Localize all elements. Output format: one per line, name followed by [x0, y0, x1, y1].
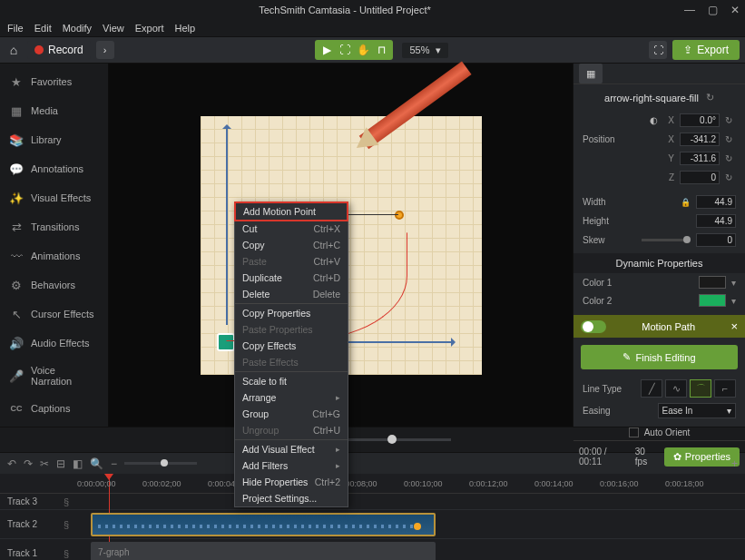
reset-rotation-icon[interactable]: ↻ [725, 115, 736, 126]
lock-aspect-icon[interactable]: 🔒 [681, 198, 691, 207]
skew-input[interactable]: 0 [696, 233, 736, 247]
track-toggle-icon[interactable]: § [64, 519, 76, 530]
track-toggle-icon[interactable]: § [64, 496, 76, 507]
easing-dropdown[interactable]: Ease In ▾ [658, 403, 737, 418]
ctx-project-settings-[interactable]: Project Settings... [235, 490, 348, 506]
sidebar-item-behaviors[interactable]: ⚙Behaviors [0, 270, 108, 300]
add-track-icon[interactable]: + [731, 457, 738, 470]
ctx-copy[interactable]: CopyCtrl+C [235, 237, 348, 253]
properties-button[interactable]: ✿ Properties [664, 447, 740, 467]
sidebar-item-library[interactable]: 📚Library [0, 125, 108, 154]
ruler-mark: 0:00:14;00 [534, 479, 573, 488]
redo-icon[interactable]: ↷ [24, 457, 33, 470]
maximize-button[interactable]: ▢ [708, 4, 718, 16]
ctx-copy-effects[interactable]: Copy Effects [235, 338, 348, 354]
media-clip[interactable]: 7-graph [91, 542, 436, 560]
sidebar-item-cursor-effects[interactable]: ↖Cursor Effects [0, 300, 108, 329]
timeline-zoom-slider[interactable] [124, 462, 197, 465]
export-button[interactable]: ⇪ Export [672, 40, 740, 60]
sidebar-item-annotations[interactable]: 💬Annotations [0, 154, 108, 183]
home-icon[interactable]: ⌂ [5, 42, 22, 58]
sidebar-item-label: Favorites [31, 76, 72, 87]
position-z-input[interactable]: 0 [680, 171, 720, 184]
ctx-group[interactable]: GroupCtrl+G [235, 406, 348, 422]
motion-clip[interactable] [91, 513, 436, 536]
skew-label: Skew [583, 235, 632, 245]
rotation-x[interactable]: 0.0° [680, 113, 720, 127]
ctx-hide-properties[interactable]: Hide PropertiesCtrl+2 [235, 474, 348, 490]
menu-edit[interactable]: Edit [34, 23, 52, 34]
ctx-add-motion-point[interactable]: Add Motion Point [234, 201, 348, 221]
playback-slider[interactable] [342, 438, 451, 441]
motion-point-2[interactable] [395, 211, 404, 220]
sidebar-item-captions[interactable]: CCCaptions [0, 394, 108, 423]
visual-properties-tab[interactable]: ▦ [579, 64, 603, 84]
preview-fullscreen-button[interactable]: ⛶ [649, 41, 667, 59]
reset-icon[interactable]: ↻ [725, 153, 736, 164]
position-y-input[interactable]: -311.6 [680, 152, 720, 165]
sidebar-item-visual-effects[interactable]: ✨Visual Effects [0, 183, 108, 212]
select-tool-icon[interactable]: ▶ [319, 42, 335, 58]
ctx-copy-properties[interactable]: Copy Properties [235, 305, 348, 321]
marker-icon[interactable]: ◧ [73, 457, 83, 470]
color2-swatch[interactable] [699, 294, 726, 307]
pan-tool-icon[interactable]: ✋ [355, 42, 371, 58]
opacity-icon[interactable]: ◐ [650, 115, 658, 125]
menu-help[interactable]: Help [175, 23, 196, 34]
sidebar-item-transitions[interactable]: ⇄Transitions [0, 212, 108, 241]
width-input[interactable]: 44.9 [696, 195, 736, 209]
ctx-arrange[interactable]: Arrange▸ [235, 389, 348, 406]
line-type-bezier[interactable]: ∿ [665, 379, 687, 398]
media-icon: ▦ [9, 103, 24, 118]
ctx-duplicate[interactable]: DuplicateCtrl+D [235, 270, 348, 286]
sidebar-item-animations[interactable]: 〰Animations [0, 241, 108, 270]
close-icon[interactable]: × [730, 319, 738, 333]
reset-icon[interactable]: ↻ [725, 172, 736, 183]
time-display: 00:00 / 00:11 [579, 447, 630, 467]
timeline-ruler[interactable]: 0:00:00;000:00:02;000:00:04;000:00:06;00… [0, 474, 745, 494]
ctx-add-filters[interactable]: Add Filters▸ [235, 457, 348, 474]
ctx-delete[interactable]: DeleteDelete [235, 286, 348, 302]
zoom-in-icon[interactable]: 🔍 [90, 457, 103, 470]
menu-modify[interactable]: Modify [63, 23, 92, 34]
sidebar-item-favorites[interactable]: ★Favorites [0, 67, 108, 96]
finish-editing-button[interactable]: ✎ Finish Editing [581, 345, 738, 369]
minimize-button[interactable]: — [684, 4, 695, 16]
nav-forward-button[interactable]: › [96, 41, 114, 59]
sidebar-item-media[interactable]: ▦Media [0, 96, 108, 125]
close-button[interactable]: ✕ [730, 4, 740, 16]
position-x-input[interactable]: -341.2 [680, 133, 720, 146]
split-icon[interactable]: ⊟ [56, 457, 65, 470]
auto-orient-checkbox[interactable] [629, 427, 639, 437]
ctx-add-visual-effect[interactable]: Add Visual Effect▸ [235, 441, 348, 457]
cut-icon[interactable]: ✂ [40, 457, 49, 470]
undo-icon[interactable]: ↶ [7, 457, 16, 470]
reset-icon[interactable]: ↻ [706, 92, 714, 103]
skew-slider[interactable] [642, 239, 687, 241]
zoom-dropdown[interactable]: 55% ▾ [402, 43, 447, 58]
object-name: arrow-right-square-fill [604, 93, 699, 103]
zoom-out-icon[interactable]: − [111, 457, 117, 470]
record-button[interactable]: Record [27, 41, 91, 59]
height-input[interactable]: 44.9 [696, 214, 736, 228]
menu-file[interactable]: File [7, 23, 24, 34]
menu-view[interactable]: View [103, 23, 124, 34]
line-type-curve[interactable]: ⌒ [690, 379, 711, 398]
reset-icon[interactable]: ↻ [725, 134, 736, 145]
animations-icon: 〰 [9, 249, 24, 263]
sidebar-item-audio-effects[interactable]: 🔊Audio Effects [0, 329, 108, 358]
color1-swatch[interactable] [699, 276, 726, 289]
ctx-cut[interactable]: CutCtrl+X [235, 221, 348, 237]
captions-icon: CC [9, 401, 24, 416]
annotations-icon: 💬 [9, 162, 24, 176]
chevron-down-icon: ▾ [727, 406, 731, 416]
line-type-straight[interactable]: ╱ [641, 379, 662, 398]
ctx-scale-to-fit[interactable]: Scale to fit [235, 373, 348, 389]
menu-export[interactable]: Export [135, 23, 164, 34]
sidebar-item-voice-narration[interactable]: 🎤Voice Narration [0, 358, 108, 394]
track-toggle-icon[interactable]: § [64, 548, 76, 559]
motion-path-toggle[interactable] [581, 320, 606, 333]
line-type-step[interactable]: ⌐ [714, 379, 736, 398]
crop-tool-icon[interactable]: ⛶ [337, 42, 353, 58]
magnet-tool-icon[interactable]: ⊓ [373, 42, 389, 58]
